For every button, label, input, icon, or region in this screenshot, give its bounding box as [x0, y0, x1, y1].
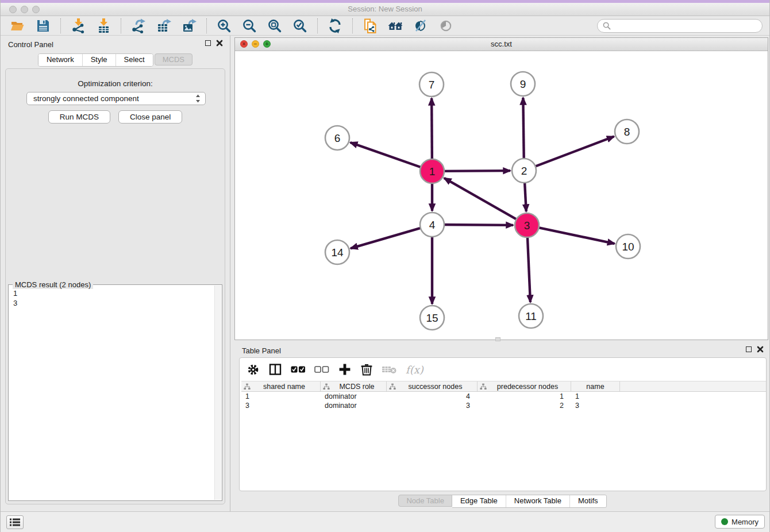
graph-node-3[interactable]: 3: [515, 213, 539, 237]
search-input[interactable]: [611, 20, 762, 32]
zoom-selected-button[interactable]: [292, 18, 307, 33]
column-header-shared-name[interactable]: shared name: [241, 381, 321, 391]
function-builder-icon[interactable]: f(x): [406, 364, 424, 376]
table-row[interactable]: 1dominator411: [241, 392, 766, 401]
table-cell: 3: [387, 402, 478, 410]
edge-2-9[interactable]: [523, 98, 524, 164]
graph-node-1[interactable]: 1: [420, 159, 444, 183]
refresh-icon: [328, 18, 342, 33]
node-label: 7: [429, 79, 435, 91]
graph-node-2[interactable]: 2: [512, 159, 536, 183]
add-icon[interactable]: [338, 363, 352, 376]
graph-node-10[interactable]: 10: [616, 234, 640, 259]
close-table-panel-icon[interactable]: [757, 346, 764, 353]
network-window-titlebar[interactable]: × − + scc.txt: [235, 38, 768, 51]
graph-node-11[interactable]: 11: [519, 304, 543, 328]
tab-network[interactable]: Network: [38, 54, 82, 66]
graph-node-7[interactable]: 7: [419, 72, 444, 97]
delete-table-icon[interactable]: [382, 364, 397, 375]
tab-network-table[interactable]: Network Table: [506, 495, 569, 507]
graph-node-9[interactable]: 9: [511, 72, 535, 96]
edge-1-7[interactable]: [432, 98, 432, 164]
export-image-button[interactable]: [182, 18, 197, 33]
tab-motifs[interactable]: Motifs: [569, 495, 606, 507]
graph-node-4[interactable]: 4: [420, 213, 444, 237]
edge-3-10[interactable]: [534, 226, 615, 244]
graph-node-14[interactable]: 14: [325, 240, 349, 264]
eye-button[interactable]: [438, 18, 453, 33]
open-session-button[interactable]: [10, 18, 25, 33]
tab-node-table[interactable]: Node Table: [398, 495, 452, 507]
select-all-icon[interactable]: [291, 365, 306, 373]
status-bar: Memory: [1, 511, 769, 532]
export-table-button[interactable]: [156, 18, 171, 33]
column-header-successor-nodes[interactable]: successor nodes: [387, 381, 478, 391]
table-toolbar: f(x): [240, 358, 766, 381]
export-network-button[interactable]: [131, 18, 146, 33]
houses-button[interactable]: [388, 18, 403, 33]
zoom-fit-button[interactable]: [267, 18, 282, 33]
column-header-name[interactable]: name: [571, 381, 620, 391]
result-scrollbar[interactable]: [214, 286, 221, 500]
import-network-button[interactable]: [71, 18, 86, 33]
mcds-result-list[interactable]: 1 3: [9, 287, 214, 500]
main-toolbar: [1, 17, 769, 36]
zoom-fit-icon: [267, 18, 282, 33]
table-cell: 4: [387, 392, 478, 400]
close-panel-icon[interactable]: [216, 40, 223, 47]
graph-node-8[interactable]: 8: [615, 119, 639, 144]
main-titlebar[interactable]: Session: New Session: [1, 3, 769, 16]
splitter-handle[interactable]: [495, 337, 500, 341]
table-panel-header: Table Panel: [234, 342, 770, 359]
task-history-button[interactable]: [6, 515, 24, 529]
gear-icon[interactable]: [247, 363, 260, 376]
tab-select[interactable]: Select: [116, 54, 153, 66]
table-tabs: Node Table Edge Table Network Table Moti…: [234, 495, 770, 508]
list-icon: [10, 518, 20, 526]
float-table-panel-icon[interactable]: [746, 346, 752, 352]
node-label: 6: [334, 132, 341, 144]
column-chooser-icon[interactable]: [268, 363, 282, 376]
float-panel-icon[interactable]: [205, 40, 211, 46]
tab-edge-table[interactable]: Edge Table: [452, 495, 506, 507]
edge-1-2[interactable]: [439, 171, 510, 171]
table-cell: dominator: [321, 402, 387, 410]
import-table-button[interactable]: [96, 18, 111, 33]
edge-4-14[interactable]: [351, 226, 425, 248]
delete-icon[interactable]: [360, 363, 373, 376]
refresh-button[interactable]: [328, 18, 342, 33]
table-row[interactable]: 3dominator323: [241, 401, 766, 410]
edge-3-1[interactable]: [444, 178, 521, 222]
edge-1-6[interactable]: [351, 142, 426, 169]
save-session-button[interactable]: [36, 18, 51, 33]
edge-2-8[interactable]: [530, 137, 614, 168]
table-panel: Table Panel: [234, 342, 770, 510]
zoom-selected-icon: [292, 18, 307, 33]
toolbar-separator: [60, 18, 61, 33]
zoom-in-button[interactable]: [217, 18, 232, 33]
graph-node-15[interactable]: 15: [420, 306, 444, 330]
node-label: 11: [525, 310, 537, 322]
control-panel: Control Panel Network Style Select MCDS …: [1, 36, 230, 511]
close-panel-button[interactable]: Close panel: [118, 110, 182, 124]
column-header-predecessor-nodes[interactable]: predecessor nodes: [478, 381, 571, 391]
deselect-all-icon[interactable]: [314, 365, 329, 373]
zoom-out-button[interactable]: [242, 18, 257, 33]
import-network-icon: [71, 18, 86, 33]
criterion-dropdown[interactable]: strongly connected component: [26, 92, 206, 105]
run-mcds-button[interactable]: Run MCDS: [48, 110, 110, 124]
tab-mcds[interactable]: MCDS: [155, 53, 192, 65]
copy-network-button[interactable]: [363, 18, 378, 33]
memory-label: Memory: [732, 518, 759, 526]
hide-details-button[interactable]: [413, 18, 428, 33]
edge-3-11[interactable]: [528, 232, 530, 302]
tab-style[interactable]: Style: [82, 54, 116, 66]
search-box[interactable]: [597, 19, 763, 33]
column-header-mcds-role[interactable]: MCDS role: [321, 381, 387, 391]
edge-4-3[interactable]: [439, 225, 513, 225]
graph-node-6[interactable]: 6: [325, 126, 349, 150]
memory-button[interactable]: Memory: [715, 515, 765, 529]
toolbar-separator: [206, 18, 207, 33]
table-cell: dominator: [321, 392, 387, 400]
network-canvas[interactable]: 7968124314101511: [235, 51, 768, 340]
